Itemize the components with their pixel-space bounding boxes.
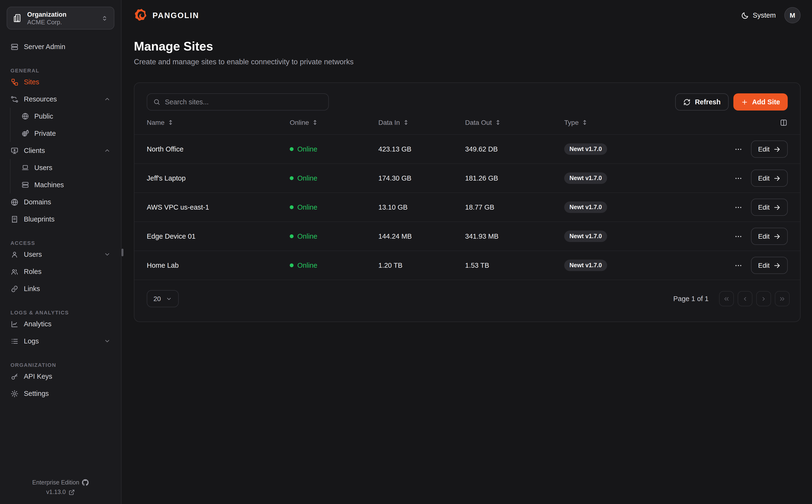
external-link-icon[interactable] — [69, 489, 75, 495]
previous-page-button[interactable] — [738, 291, 752, 306]
sidebar-item-users[interactable]: Users — [0, 246, 121, 263]
sort-icon — [167, 119, 174, 126]
sidebar-item-machines[interactable]: Machines — [10, 176, 121, 193]
row-menu-button[interactable] — [733, 144, 743, 154]
edit-button[interactable]: Edit — [751, 228, 788, 245]
refresh-button[interactable]: Refresh — [675, 93, 729, 111]
pagination-controls — [719, 291, 790, 306]
edit-button[interactable]: Edit — [751, 141, 788, 158]
data-out-value: 18.77 GB — [465, 203, 564, 211]
status-label: Online — [297, 232, 317, 240]
arrow-right-icon — [773, 175, 781, 182]
search-box — [147, 93, 329, 111]
column-header-data-out[interactable]: Data Out — [465, 119, 564, 126]
column-header-online[interactable]: Online — [290, 119, 378, 126]
sidebar-item-logs[interactable]: Logs — [0, 333, 121, 350]
site-name: Edge Device 01 — [147, 232, 290, 240]
sidebar-item-client-users[interactable]: Users — [10, 159, 121, 176]
sidebar-item-private[interactable]: Private — [10, 125, 121, 142]
sidebar-item-label: Blueprints — [24, 215, 55, 223]
brand[interactable]: PANGOLIN — [134, 8, 199, 22]
site-name: Home Lab — [147, 262, 290, 269]
sidebar-item-resources[interactable]: Resources — [0, 91, 121, 108]
sidebar-item-settings[interactable]: Settings — [0, 385, 121, 402]
sidebar-item-roles[interactable]: Roles — [0, 263, 121, 280]
type-cell: Newt v1.7.0 — [564, 231, 666, 242]
type-badge: Newt v1.7.0 — [564, 260, 607, 271]
column-header-type[interactable]: Type — [564, 119, 666, 126]
edit-button[interactable]: Edit — [751, 199, 788, 216]
sidebar-item-label: Domains — [24, 198, 51, 206]
row-menu-button[interactable] — [733, 231, 743, 241]
github-icon[interactable] — [82, 479, 89, 486]
theme-label: System — [753, 11, 776, 19]
sidebar-section-organization: ORGANIZATION — [0, 350, 121, 368]
theme-toggle[interactable]: System — [741, 11, 776, 19]
sidebar-item-label: Private — [34, 130, 56, 137]
row-menu-button[interactable] — [733, 260, 743, 270]
last-page-button[interactable] — [775, 291, 790, 306]
site-name: Jeff's Laptop — [147, 174, 290, 182]
org-switcher-label: Organization — [27, 10, 96, 18]
user-icon — [10, 250, 19, 258]
sidebar-item-server-admin[interactable]: Server Admin — [0, 38, 121, 55]
sidebar-item-label: Public — [34, 112, 53, 120]
sidebar-item-api-keys[interactable]: API Keys — [0, 368, 121, 385]
sidebar-item-sites[interactable]: Sites — [0, 73, 121, 91]
column-label: Data In — [378, 119, 400, 126]
sidebar-footer: Enterprise Edition v1.13.0 — [0, 476, 121, 504]
sidebar-item-clients[interactable]: Clients — [0, 142, 121, 159]
arrow-right-icon — [773, 233, 781, 240]
type-cell: Newt v1.7.0 — [564, 143, 666, 155]
page-info: Page 1 of 1 — [673, 295, 709, 302]
page-size-value: 20 — [153, 295, 161, 302]
sidebar-item-label: Users — [24, 251, 42, 258]
building-icon — [13, 13, 22, 23]
row-menu-button[interactable] — [733, 173, 743, 183]
column-label: Online — [290, 119, 309, 126]
org-switcher[interactable]: Organization ACME Corp. — [7, 7, 114, 30]
sidebar-item-label: Server Admin — [24, 43, 65, 50]
type-badge: Newt v1.7.0 — [564, 202, 607, 213]
column-header-data-in[interactable]: Data In — [378, 119, 465, 126]
plus-icon — [741, 98, 748, 106]
link-icon — [10, 285, 19, 293]
sidebar-item-public[interactable]: Public — [10, 108, 121, 125]
search-input[interactable] — [165, 98, 323, 106]
online-dot-icon — [290, 263, 294, 267]
avatar-initial: M — [790, 11, 795, 19]
edit-label: Edit — [758, 174, 770, 182]
user-avatar[interactable]: M — [784, 7, 801, 23]
edit-button[interactable]: Edit — [751, 257, 788, 274]
column-visibility-button[interactable] — [780, 118, 788, 126]
sidebar-item-label: Links — [24, 285, 40, 292]
add-site-label: Add Site — [752, 98, 780, 106]
sidebar-item-blueprints[interactable]: Blueprints — [0, 211, 121, 228]
next-page-button[interactable] — [756, 291, 771, 306]
laptop-icon — [21, 164, 29, 171]
data-out-value: 349.62 DB — [465, 145, 564, 153]
edit-button[interactable]: Edit — [751, 170, 788, 187]
chevron-down-icon — [104, 251, 111, 258]
chevron-up-icon — [104, 96, 111, 102]
add-site-button[interactable]: Add Site — [733, 93, 788, 111]
page-size-select[interactable]: 20 — [147, 290, 178, 307]
column-header-name[interactable]: Name — [147, 119, 290, 126]
sidebar-item-label: Resources — [24, 95, 57, 103]
main-content: PANGOLIN System M Manage Sites Create an… — [122, 0, 812, 504]
sidebar-resize-handle[interactable] — [122, 249, 123, 256]
data-in-value: 423.13 GB — [378, 145, 465, 153]
sidebar-section-general: GENERAL — [0, 55, 121, 73]
sidebar-item-domains[interactable]: Domains — [0, 193, 121, 211]
sort-icon — [495, 119, 501, 126]
row-menu-button[interactable] — [733, 202, 743, 212]
first-page-button[interactable] — [719, 291, 734, 306]
edit-label: Edit — [758, 232, 770, 240]
sidebar-item-analytics[interactable]: Analytics — [0, 315, 121, 333]
sites-card: Refresh Add Site Name Online — [134, 82, 801, 322]
status-cell: Online — [290, 174, 378, 182]
sort-icon — [582, 119, 588, 126]
arrow-right-icon — [773, 262, 781, 269]
status-cell: Online — [290, 262, 378, 269]
sidebar-item-links[interactable]: Links — [0, 280, 121, 297]
